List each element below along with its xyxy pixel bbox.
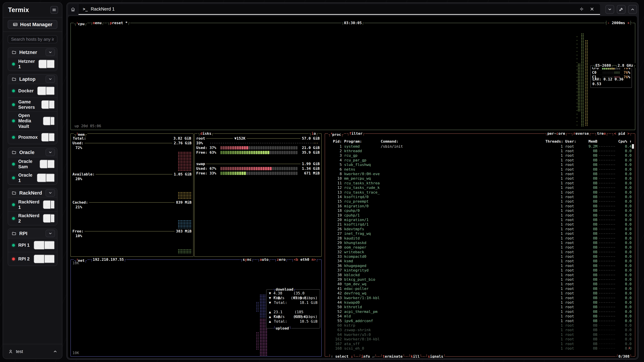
host-row-rpi-1[interactable]: RPI 1>_ (8, 238, 57, 252)
process-row[interactable]: 30oom_reaper1root0B0.0 (328, 245, 632, 250)
host-menu-button[interactable] (46, 60, 55, 68)
process-row[interactable]: 34ksmd1root0B0.0 (328, 259, 632, 264)
proc-options[interactable]: ┐per-core┌┐reverse┌┐tree┌┐< pid >┌ (545, 131, 632, 136)
host-row-proxmox[interactable]: Proxmox>_ (8, 130, 57, 144)
host-menu-button[interactable] (49, 100, 55, 109)
user-footer[interactable]: test (3, 344, 62, 359)
group-header[interactable]: Hetzner (8, 48, 57, 57)
group-header[interactable]: Oracle (8, 148, 57, 157)
process-row[interactable]: 1systemd/sbin/init1root9.2M0.4 (328, 144, 632, 149)
process-row[interactable]: 3rcu_gp1root0B0.0 (328, 153, 632, 158)
process-row[interactable]: 14ksoftirqd/01root0B0.0 (328, 195, 632, 199)
host-menu-button[interactable] (44, 255, 55, 263)
process-row[interactable]: 55ipv6_addrconf1root0B0.0 (328, 319, 632, 323)
open-terminal-button[interactable]: >_ (43, 117, 50, 125)
process-row[interactable]: 54mld1root0B0.0 (328, 314, 632, 319)
process-row[interactable]: 162kworker/0:1H-kbl1root0B0.0 (328, 337, 632, 341)
host-menu-button[interactable] (46, 87, 55, 95)
host-manager-button[interactable]: Host Manager (8, 20, 57, 29)
proc-box-title[interactable]: ┐4proc┌┐filter┌ (328, 131, 365, 137)
process-row[interactable]: 60kstrp1root0B0.0 (328, 323, 632, 328)
process-row[interactable]: 44kswapd01root0B0.0 (328, 300, 632, 305)
open-terminal-button[interactable]: >_ (43, 214, 50, 223)
process-row[interactable]: 11rcu_tasks_kthrea1root0B0.0 (328, 181, 632, 185)
host-menu-button[interactable] (47, 160, 55, 168)
process-row[interactable]: 33kcompactd01root0B0.0 (328, 254, 632, 259)
chevron-up-icon[interactable] (53, 349, 57, 354)
cpu-box-title[interactable]: ┐1cpu┌┐menu┌┐preset *┌ (74, 21, 130, 26)
open-terminal-button[interactable]: >_ (37, 174, 46, 182)
open-terminal-button[interactable]: >_ (38, 60, 46, 68)
process-row[interactable]: 21ksoftirqd/11root0B0.0 (328, 222, 632, 227)
host-menu-button[interactable] (50, 214, 55, 223)
close-tab-button[interactable] (588, 5, 596, 13)
process-row[interactable]: 6netns1root0B0.0 (328, 167, 632, 172)
group-header[interactable]: RPI (8, 229, 57, 238)
process-row[interactable]: 27inet_frag_wq1root0B0.0 (328, 231, 632, 236)
host-row-racknerd-1[interactable]: RackNerd 1>_ (8, 198, 57, 211)
process-row[interactable]: 4rcu_par_gp1root0B0.0 (328, 158, 632, 162)
home-button[interactable] (68, 4, 78, 15)
host-menu-button[interactable] (50, 117, 55, 125)
process-row[interactable]: 63zswap-shrink1root0B0.0 (328, 328, 632, 332)
panel-expand-button[interactable] (628, 5, 637, 14)
process-row[interactable]: 10mm_percpu_wq1root0B0.0 (328, 176, 632, 181)
process-row[interactable]: 5slub_flushwq1root0B0.0 (328, 163, 632, 167)
group-collapse-button[interactable] (46, 149, 55, 156)
host-menu-button[interactable] (44, 241, 55, 249)
process-row[interactable]: 64kworker/u5:01root0B0.0 (328, 332, 632, 337)
process-row[interactable]: 12rcu_tasks_rude_k1root0B0.0 (328, 186, 632, 190)
process-row[interactable]: 8kworker/0:0H-eve1root0B0.0 (328, 172, 632, 176)
process-row[interactable]: 37kintegrityd1root0B0.0 (328, 268, 632, 273)
process-row[interactable]: 38kblockd1root0B0.0 (328, 273, 632, 277)
process-row[interactable]: 36khugepaged1root0B0.0 (328, 264, 632, 268)
open-terminal-button[interactable]: >_ (40, 160, 47, 168)
group-collapse-button[interactable] (46, 230, 55, 237)
host-row-hetzner-1[interactable]: Hetzner 1>_ (8, 57, 57, 71)
group-collapse-button[interactable] (46, 49, 55, 56)
group-collapse-button[interactable] (46, 75, 55, 83)
open-terminal-button[interactable]: >_ (43, 200, 50, 209)
process-row[interactable]: 168scsi_eh_01root0B0.0 (328, 346, 632, 351)
process-row[interactable]: 52acpi_thermal_pm1root0B0.0 (328, 309, 632, 314)
terminal-view[interactable]: ┐1cpu┌┐menu┌┐preset *┌ ┐03:30:05┌ ┤- 200… (68, 16, 637, 358)
proc-footer-buttons[interactable]: ┘↑ select ↓└┘info ↵└┘terminate└┘kill└┘si… (328, 354, 446, 358)
net-buttons[interactable]: ┐sync┌┐auto┌┐zero┌┐<b eth0 n>┌ (240, 257, 319, 262)
group-header[interactable]: Laptop (8, 74, 57, 84)
process-row[interactable]: 39blkcg_punt_bio1root0B0.0 (328, 277, 632, 282)
group-collapse-button[interactable] (46, 189, 55, 197)
tab-racknerd-1[interactable]: >_ RackNerd 1 (78, 4, 600, 15)
process-list[interactable]: 1systemd/sbin/init1root9.2M0.42kthreadd1… (328, 144, 632, 351)
process-row[interactable]: 18cpuhp/01root0B0.0 (328, 208, 632, 213)
group-header[interactable]: RackNerd (8, 188, 57, 198)
process-row[interactable]: 50kthrotld1root0B0.0 (328, 305, 632, 309)
host-row-oracle-sam[interactable]: Oracle Sam>_ (8, 157, 57, 171)
panel-collapse-button[interactable] (606, 5, 614, 14)
split-view-button[interactable] (578, 5, 585, 13)
process-row[interactable]: 19cpuhp/11root0B0.0 (328, 213, 632, 218)
host-row-racknerd-2[interactable]: RackNerd 2>_ (8, 211, 57, 225)
open-terminal-button[interactable]: >_ (42, 133, 49, 141)
process-row[interactable]: 16migration/01root0B0.0 (328, 204, 632, 208)
process-row[interactable]: 2kthreadd1root0B0.0 (328, 149, 632, 153)
open-terminal-button[interactable]: >_ (38, 87, 46, 95)
process-row[interactable]: 26kdevtmpfs1root0B0.0 (328, 227, 632, 231)
process-row[interactable]: 13rcu_tasks_trace_1root0B0.0 (328, 190, 632, 195)
process-row[interactable]: 29khungtaskd1root0B0.0 (328, 241, 632, 245)
host-menu-button[interactable] (49, 133, 55, 141)
process-row[interactable]: 15rcu_preempt1root0B0.0 (328, 199, 632, 204)
open-terminal-button[interactable]: >_ (34, 255, 44, 263)
host-row-oracle-1[interactable]: Oracle 1>_ (8, 171, 57, 185)
process-row[interactable]: 167ata_sff1root0B0.0 (328, 342, 632, 346)
process-row[interactable]: 28kauditd1root0B0.0 (328, 236, 632, 241)
refresh-rate-control[interactable]: ┤- 2000ms +├ (604, 21, 632, 25)
process-row[interactable]: 32writeback1root0B0.0 (328, 250, 632, 254)
search-input[interactable] (8, 35, 57, 43)
process-row[interactable]: 42devfreq_wq1root0B0.0 (328, 291, 632, 296)
process-row[interactable]: 40tpm_dev_wq1root0B0.0 (328, 282, 632, 286)
process-row[interactable]: 41edac-poller1root0B0.0 (328, 286, 632, 291)
host-row-open-media-vault[interactable]: Open Media Vault>_ (8, 111, 57, 130)
process-row[interactable]: 20migration/11root0B0.0 (328, 218, 632, 222)
process-row[interactable]: 43kworker/1:1H-kbl1root0B0.0 (328, 296, 632, 300)
host-menu-button[interactable] (46, 174, 55, 182)
